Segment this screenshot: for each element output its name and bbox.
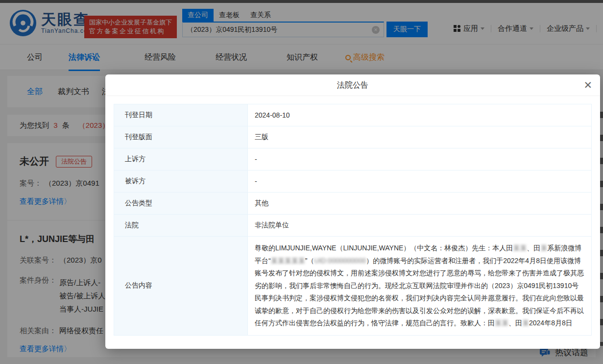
censored-text: 某某 [513,244,527,252]
content-text: 、田 [508,319,522,327]
censored-text: UID:0000000000 [314,257,366,265]
row-value: 2024-08-10 [248,104,591,126]
close-icon[interactable]: ✕ [583,79,592,92]
announcement-table: 刊登日期 2024-08-10 刊登版面 三版 上诉方 - 被诉方 - 公告类型… [114,104,592,336]
row-value: 非法院单位 [248,215,591,236]
table-row: 被诉方 - [114,170,591,193]
content-text: 2024年8月8日 [529,319,573,327]
row-label: 法院 [114,215,248,236]
row-label: 上诉方 [114,148,248,170]
content-text: 尊敬的LIMJUNJIE,WAYNE（LINJUNJIE,WAYNE）（中文名：… [255,244,513,252]
row-label: 被诉方 [114,170,248,192]
row-label: 刊登日期 [114,104,248,126]
announcement-content-text: 尊敬的LIMJUNJIE,WAYNE（LINJUNJIE,WAYNE）（中文名：… [248,237,591,335]
table-row: 刊登日期 2024-08-10 [114,104,591,126]
content-text: ）的微博账号的实际运营者和注册者，我们于2022年4月8日使用该微博账号发布了针… [255,257,584,327]
row-label: 公告内容 [114,237,248,335]
row-value: - [248,170,591,192]
row-label: 刊登版面 [114,126,248,148]
row-value: 其他 [248,193,591,214]
modal-body: 刊登日期 2024-08-10 刊登版面 三版 上诉方 - 被诉方 - 公告类型… [105,96,600,343]
table-row: 上诉方 - [114,148,591,170]
court-announcement-modal: 法院公告 ✕ 刊登日期 2024-08-10 刊登版面 三版 上诉方 - 被诉方… [105,74,600,349]
row-value: - [248,148,591,170]
censored-text: 某 [522,319,529,327]
censored-text: 某某 [495,319,508,327]
content-text: ”（ [305,257,314,265]
modal-header: 法院公告 ✕ [105,74,600,96]
modal-title: 法院公告 [105,74,600,96]
censored-text: 某某某某某 [271,257,305,265]
table-row: 法院 非法院单位 [114,215,591,237]
censored-text: 某 [540,244,547,252]
content-text: 、田 [527,244,540,252]
row-label: 公告类型 [114,193,248,214]
table-row-content: 公告内容 尊敬的LIMJUNJIE,WAYNE（LINJUNJIE,WAYNE）… [114,237,591,335]
row-value: 三版 [248,126,591,148]
table-row: 公告类型 其他 [114,193,591,215]
table-row: 刊登版面 三版 [114,126,591,148]
